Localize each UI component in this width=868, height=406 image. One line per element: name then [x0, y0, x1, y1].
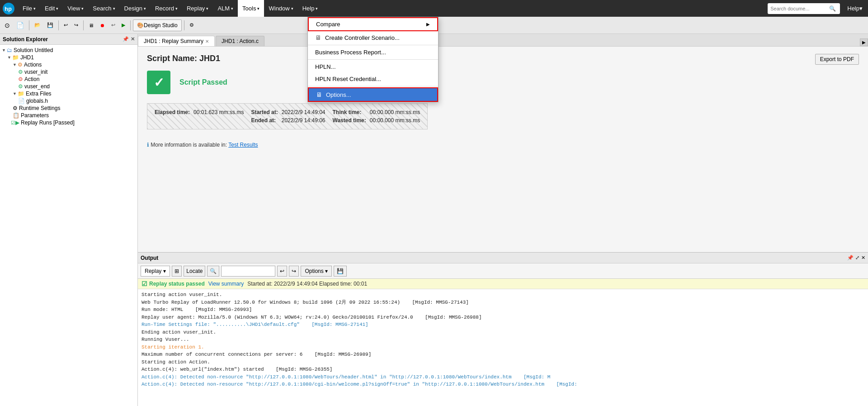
menu-tools[interactable]: Tools ▾ [238, 0, 264, 17]
menu-record-arrow: ▾ [175, 6, 178, 11]
tree-runtime-settings[interactable]: ⚙ Runtime Settings [2, 105, 136, 112]
log-line: Replay user agent: Mozilla/5.0 (Windows … [142, 314, 864, 321]
tb-sep-4 [130, 20, 131, 30]
toolbar-new[interactable]: 📄 [14, 19, 27, 32]
log-line: Starting action Action. [142, 358, 864, 366]
menu-design[interactable]: Design ▾ [120, 0, 151, 17]
output-search-input[interactable] [221, 266, 275, 277]
output-options-btn[interactable]: Options ▾ [301, 266, 331, 277]
toolbar-redo[interactable]: ↪ [71, 19, 81, 32]
output-next-btn[interactable]: ↪ [289, 266, 299, 277]
menu-edit[interactable]: Edit ▾ [40, 0, 63, 17]
log-line: Starting action vuser_init. [142, 291, 864, 299]
tree-jhd1[interactable]: ▼ 📁 JHD1 [2, 54, 136, 61]
log-line: Run-Time Settings file: "..........\JHD1… [142, 321, 864, 329]
log-line: Starting iteration 1. [142, 344, 864, 351]
export-pdf-button[interactable]: Export to PDF [815, 54, 859, 65]
output-status-bar: ☑ Replay status passed View summary Star… [138, 279, 868, 289]
menu-alm[interactable]: ALM ▾ [213, 0, 238, 17]
view-summary-link[interactable]: View summary [208, 281, 244, 287]
toolbar-replay-small[interactable]: ↩ [108, 19, 118, 32]
output-close-icon[interactable]: ✕ [861, 255, 865, 261]
dropdown-controller[interactable]: 🖥 Create Controller Scenario... [308, 31, 438, 44]
script-name-title: Script Name: JHD1 [147, 54, 859, 63]
output-locate-btn[interactable]: Locate [184, 266, 205, 277]
output-prev-btn[interactable]: ↩ [277, 266, 287, 277]
tree-solution[interactable]: ▼ 🗂 Solution Untitled [2, 47, 136, 54]
started-value: 2022/2/9 14:49:04 [282, 108, 333, 116]
tree-extra-files[interactable]: ▼ 📁 Extra Files [2, 90, 136, 97]
dropdown-business-report[interactable]: Business Process Report... [308, 46, 438, 58]
tree-vuser-end[interactable]: ⚙ vuser_end [2, 83, 136, 90]
toolbar-target[interactable]: ▶ [119, 19, 128, 32]
solution-expand-icon: ▼ [2, 48, 6, 53]
solution-explorer-panel: Solution Explorer 📌 ✕ ▼ 🗂 Solution Untit… [0, 34, 138, 406]
toolbar-open[interactable]: 📂 [32, 19, 43, 32]
menu-search[interactable]: Search ▾ [88, 0, 119, 17]
toolbar-extra1[interactable]: ⚙ [187, 19, 197, 32]
help-button[interactable]: Help ▾ [844, 5, 866, 12]
menu-record[interactable]: Record ▾ [151, 0, 182, 17]
toolbar-monitor[interactable]: 🖥 [86, 19, 96, 32]
dropdown-hpln[interactable]: HPLN... [308, 61, 438, 73]
jhd1-expand-icon: ▼ [7, 55, 11, 60]
content-area: JHD1 : Replay Summary ✕ JHD1 : Action.c … [138, 34, 868, 406]
tab-bar: JHD1 : Replay Summary ✕ JHD1 : Action.c … [138, 34, 868, 47]
design-studio-button[interactable]: 🎨 Design Studio [133, 19, 182, 31]
toolbar-undo[interactable]: ↩ [61, 19, 71, 32]
output-grid-btn[interactable]: ⊞ [172, 266, 182, 277]
log-line: Action.c(4): Detected non-resource "http… [142, 381, 864, 388]
output-expand-icon[interactable]: ⤢ [855, 255, 859, 261]
tree-parameters[interactable]: 📋 Parameters [2, 112, 136, 119]
menu-edit-arrow: ▾ [56, 6, 58, 11]
output-search-btn[interactable]: 🔍 [207, 266, 219, 277]
toolbar-save[interactable]: 💾 [44, 19, 56, 32]
tree-vuser-init[interactable]: ⚙ vuser_init [2, 68, 136, 76]
tb-sep-2 [58, 20, 59, 30]
toolbar-back[interactable]: ⊙ [2, 19, 13, 32]
menu-file[interactable]: File ▾ [18, 0, 40, 17]
output-type-dropdown[interactable]: Replay ▾ [141, 266, 170, 277]
dropdown-options[interactable]: 🖥 Options... [308, 87, 438, 102]
menu-replay[interactable]: Replay ▾ [182, 0, 213, 17]
save-btn-icon: 💾 [337, 268, 344, 274]
status-section: ✓ Script Passed [147, 71, 859, 94]
tab-arrow-right[interactable]: ▶ [860, 38, 868, 46]
tree-actions[interactable]: ▼ ⚙ Actions [2, 61, 136, 68]
think-label: Think time: [333, 108, 370, 116]
next-icon: ↪ [292, 268, 296, 274]
menu-help[interactable]: Help ▾ [298, 0, 323, 17]
svg-text:hp: hp [5, 5, 12, 12]
dropdown-compare[interactable]: Compare ▶ [308, 17, 438, 31]
actions-folder-icon: ⚙ [18, 62, 23, 68]
tab-replay-summary-close[interactable]: ✕ [205, 39, 209, 44]
tree-action[interactable]: ⚙ Action [2, 76, 136, 83]
output-toolbar: Replay ▾ ⊞ Locate 🔍 ↩ ↪ [138, 263, 868, 279]
test-results-link[interactable]: Test Results [228, 142, 258, 148]
tab-replay-summary[interactable]: JHD1 : Replay Summary ✕ [138, 36, 215, 46]
output-panel: Output 📌 ⤢ ✕ Replay ▾ ⊞ Locate [138, 252, 868, 406]
vuser-init-icon: ⚙ [18, 69, 23, 75]
search-box[interactable]: 🔍 [768, 3, 840, 14]
log-line: Action.c(4): web_url("index.htm") starte… [142, 366, 864, 373]
pin-icon[interactable]: 📌 [123, 36, 129, 42]
vuser-end-icon: ⚙ [18, 83, 23, 90]
tree-globals-h[interactable]: 📄 globals.h [2, 97, 136, 105]
menu-window-arrow: ▾ [291, 6, 293, 11]
search-input[interactable] [770, 6, 829, 11]
locate-label: Locate [186, 268, 203, 274]
controller-label: Create Controller Scenario... [325, 34, 400, 41]
close-panel-icon[interactable]: ✕ [131, 36, 135, 42]
pass-icon: ✓ [147, 71, 170, 94]
output-pin-icon[interactable]: 📌 [847, 255, 854, 261]
parameters-icon: 📋 [13, 112, 19, 119]
tab-action-c[interactable]: JHD1 : Action.c [216, 36, 264, 46]
menu-window[interactable]: Window ▾ [264, 0, 297, 17]
extra-files-expand-icon: ▼ [13, 91, 17, 96]
output-save-btn[interactable]: 💾 [334, 266, 347, 277]
menu-view[interactable]: View ▾ [63, 0, 88, 17]
dropdown-hpln-reset[interactable]: HPLN Reset Credential... [308, 73, 438, 85]
output-log[interactable]: Starting action vuser_init.Web Turbo Rep… [138, 289, 868, 406]
toolbar-record[interactable]: ⏺ [97, 19, 108, 32]
tree-replay-runs[interactable]: ☑ ▶ Replay Runs [Passed] [2, 119, 136, 126]
